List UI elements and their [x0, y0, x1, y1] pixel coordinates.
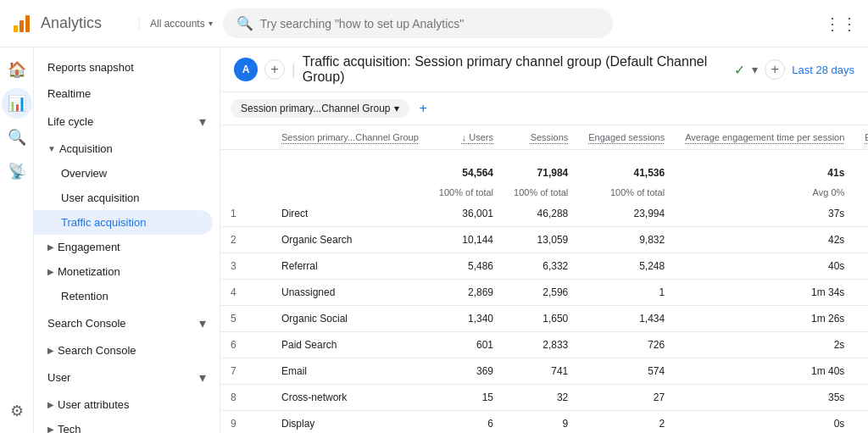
sidebar-item-realtime[interactable]: Realtime [34, 80, 220, 107]
sidebar-sub-user-acquisition[interactable]: User acquisition [34, 186, 220, 210]
sidebar-item-retention[interactable]: Retention [34, 284, 220, 308]
table-row: 5 Organic Social 1,340 1,650 1,434 1m 26… [220, 306, 868, 332]
cell-avg-time: 2s [675, 332, 854, 358]
sidebar-item-search-console[interactable]: ▶ Search Console [34, 338, 220, 363]
rail-reports[interactable]: 📊 [2, 88, 32, 119]
col-header-engaged[interactable]: Engaged sessions [578, 125, 675, 150]
cell-avg-time: 37s [675, 201, 854, 227]
cell-engaged: 9,832 [578, 227, 675, 253]
sidebar-item-reports-snapshot[interactable]: Reports snapshot [34, 54, 220, 80]
cell-engaged: 23,994 [578, 201, 675, 227]
table-row: 6 Paid Search 601 2,833 726 2s 1.21 3.95 [220, 332, 868, 358]
search-console-chevron-icon: ▾ [199, 315, 206, 331]
content-area: A + | Traffic acquisition: Session prima… [220, 47, 868, 433]
cell-avg-time: 42s [675, 227, 854, 253]
rail-explore[interactable]: 🔍 [2, 122, 32, 153]
col-header-channel[interactable]: Session primary...Channel Group [271, 125, 429, 150]
table-row: 9 Display 6 9 2 0s 0.33 5.11 [220, 411, 868, 434]
sidebar-item-tech[interactable]: ▶ Tech [34, 417, 220, 433]
sidebar-sub-overview[interactable]: Overview [34, 161, 220, 186]
title-add-button[interactable]: + [765, 59, 785, 80]
cell-engaged-per-user: 0.97 [854, 227, 868, 253]
rail-advertising[interactable]: 📡 [2, 156, 32, 186]
cell-channel: Unassigned [271, 280, 429, 306]
cell-num: 1 [220, 201, 271, 227]
table-row: 3 Referral 5,486 6,332 5,248 40s 0.96 11… [220, 253, 868, 280]
totals-sub-row: 100% of total 100% of total 100% of tota… [220, 176, 868, 201]
cell-engaged: 2 [578, 411, 675, 434]
main-layout: 🏠 📊 🔍 📡 ⚙ Reports snapshot Realtime Life… [0, 47, 868, 433]
cell-users: 1,340 [429, 306, 504, 332]
cell-engaged: 27 [578, 385, 675, 411]
add-comparison-button[interactable]: + [264, 59, 285, 80]
sidebar-group-lifecycle-header[interactable]: Life cycle ▾ [34, 107, 220, 136]
cell-channel: Cross-network [271, 385, 429, 411]
sidebar-item-engagement[interactable]: ▶ Engagement [34, 235, 220, 259]
monetization-label: Monetization [58, 265, 120, 278]
cell-engaged-per-user: 1.56 [854, 358, 868, 385]
sidebar-item-monetization[interactable]: ▶ Monetization [34, 259, 220, 284]
search-bar[interactable]: 🔍 [223, 8, 613, 38]
sidebar-group-user: User ▾ ▶ User attributes ▶ Tech [34, 363, 220, 433]
cell-users: 15 [429, 385, 504, 411]
sidebar-sub-traffic-acquisition[interactable]: Traffic acquisition [34, 210, 213, 235]
search-input[interactable] [260, 17, 599, 31]
totals-sessions-pct: 100% of total [504, 180, 578, 204]
grid-icon[interactable]: ⋮⋮ [824, 14, 858, 33]
user-section-label: User [47, 371, 70, 384]
rail-home[interactable]: 🏠 [2, 54, 32, 85]
cell-avg-time: 1m 34s [675, 280, 854, 306]
totals-row: 54,564 71,984 41,536 41s 0.76 11.52 [220, 150, 868, 176]
tech-label: Tech [58, 423, 81, 433]
all-accounts-dropdown[interactable]: All accounts ▾ [139, 18, 213, 30]
rail-settings[interactable]: ⚙ [2, 396, 32, 426]
sidebar-item-acquisition[interactable]: ▼ Acquisition [34, 136, 220, 161]
table-area: Session primary...Channel Group ↓ Users … [220, 125, 868, 433]
sidebar-group-user-header[interactable]: User ▾ [34, 363, 220, 392]
logo-text: Analytics [41, 14, 102, 32]
sidebar-item-realtime-label: Realtime [47, 87, 91, 100]
cell-sessions: 46,288 [504, 201, 578, 227]
date-range[interactable]: Last 28 days [792, 64, 854, 76]
svg-rect-1 [19, 20, 24, 32]
cell-avg-time: 0s [675, 411, 854, 434]
cell-engaged-per-user: 0.33 [854, 411, 868, 434]
title-check-icon: ✓ [734, 62, 745, 78]
col-header-avg-time[interactable]: Average engagement time per session [675, 125, 854, 150]
cell-channel: Organic Social [271, 306, 429, 332]
table-header-row: Session primary...Channel Group ↓ Users … [220, 125, 868, 150]
avatar: A [234, 58, 258, 81]
sidebar-group-search-console: Search Console ▾ ▶ Search Console [34, 308, 220, 363]
sidebar-group-search-console-header[interactable]: Search Console ▾ [34, 308, 220, 338]
cell-engaged: 574 [578, 358, 675, 385]
cell-users: 6 [429, 411, 504, 434]
title-dropdown-icon[interactable]: ▾ [752, 63, 758, 76]
col-header-engaged-per-user[interactable]: Engaged sessions per user [854, 125, 868, 150]
cell-sessions: 2,833 [504, 332, 578, 358]
acquisition-label: Acquisition [59, 142, 113, 155]
cell-sessions: 2,596 [504, 280, 578, 306]
all-accounts-label: All accounts [150, 18, 205, 30]
add-filter-button[interactable]: + [420, 101, 427, 116]
cell-engaged: 1,434 [578, 306, 675, 332]
cell-channel: Referral [271, 253, 429, 280]
col-header-users[interactable]: ↓ Users [429, 125, 504, 150]
cell-users: 2,869 [429, 280, 504, 306]
search-console-section-label: Search Console [47, 317, 126, 330]
channel-group-filter[interactable]: Session primary...Channel Group ▾ [231, 99, 409, 118]
filter-row: Session primary...Channel Group ▾ + [220, 92, 868, 125]
svg-rect-0 [14, 25, 18, 32]
lifecycle-label: Life cycle [47, 115, 93, 128]
search-console-arrow-icon: ▶ [47, 346, 54, 355]
cell-engaged: 5,248 [578, 253, 675, 280]
page-title: Traffic acquisition: Session primary cha… [303, 54, 728, 85]
cell-engaged-per-user: 1.07 [854, 306, 868, 332]
cell-engaged: 1 [578, 280, 675, 306]
cell-avg-time: 1m 40s [675, 358, 854, 385]
sidebar-item-user-attributes[interactable]: ▶ User attributes [34, 392, 220, 417]
totals-engaged-per-user-sub: Avg 0% [854, 180, 868, 204]
col-header-sessions[interactable]: Sessions [504, 125, 578, 150]
topbar-right: ⋮⋮ [824, 14, 858, 34]
cell-sessions: 1,650 [504, 306, 578, 332]
cell-users: 10,144 [429, 227, 504, 253]
